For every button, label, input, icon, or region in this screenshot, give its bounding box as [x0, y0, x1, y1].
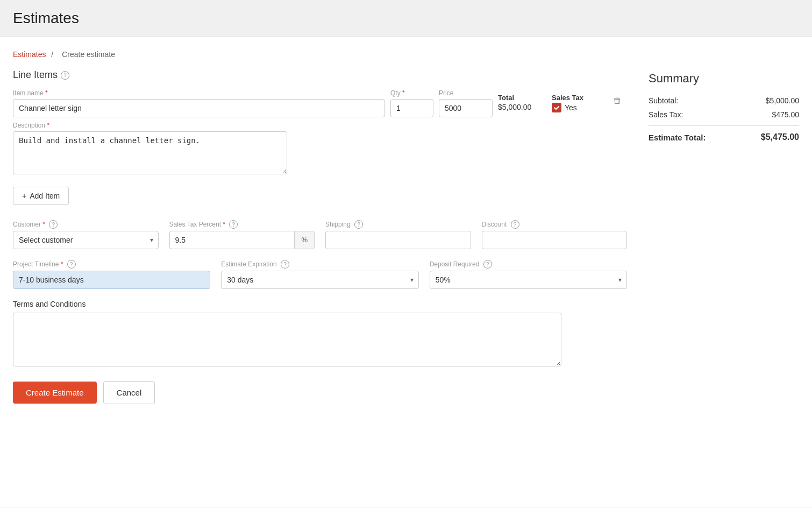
- project-timeline-help-icon[interactable]: ?: [67, 260, 76, 269]
- customer-select[interactable]: Select customer: [13, 231, 159, 249]
- sales-tax-yes-label: Yes: [565, 103, 577, 112]
- summary-total-label: Estimate Total:: [649, 133, 706, 142]
- item-delete: 🗑: [611, 89, 627, 108]
- deposit-select[interactable]: 50% 25% 75% 100% None: [430, 271, 627, 289]
- main-content: Estimates / Create estimate Line Items ?…: [13, 50, 627, 495]
- line-items-help-icon[interactable]: ?: [61, 71, 69, 80]
- description-row: Description *: [13, 122, 627, 176]
- terms-section: Terms and Conditions: [13, 300, 627, 368]
- summary-divider: [649, 125, 799, 126]
- item-name-input[interactable]: [13, 99, 385, 117]
- breadcrumb-link[interactable]: Estimates: [13, 50, 46, 59]
- add-item-button[interactable]: + Add Item: [13, 187, 69, 205]
- line-items-heading: Line Items ?: [13, 69, 627, 81]
- discount-field: Discount ?: [482, 220, 628, 249]
- summary-total-value: $5,475.00: [761, 132, 799, 142]
- shipping-input[interactable]: [325, 231, 471, 249]
- shipping-help-icon[interactable]: ?: [354, 220, 363, 229]
- form-grid-row2: Project Timeline * ? Estimate Expiration…: [13, 260, 627, 289]
- discount-input[interactable]: [482, 231, 628, 249]
- price-field: Price: [439, 89, 493, 117]
- item-sales-tax: Sales Tax Yes: [552, 89, 606, 112]
- delete-item-button[interactable]: 🗑: [611, 94, 624, 108]
- summary-tax-label: Sales Tax:: [649, 110, 683, 119]
- summary-title: Summary: [649, 72, 799, 86]
- breadcrumb: Estimates / Create estimate: [13, 50, 627, 59]
- sales-tax-checkbox[interactable]: [552, 103, 561, 112]
- discount-help-icon[interactable]: ?: [511, 220, 519, 229]
- breadcrumb-current: Create estimate: [62, 50, 115, 59]
- summary-total-row: Estimate Total: $5,475.00: [649, 132, 799, 142]
- qty-input[interactable]: [390, 99, 433, 117]
- page-body: Estimates / Create estimate Line Items ?…: [0, 37, 812, 507]
- price-input[interactable]: [439, 99, 493, 117]
- customer-field: Customer * ? Select customer ▾: [13, 220, 159, 249]
- breadcrumb-separator: /: [51, 50, 53, 59]
- item-total: Total $5,000.00: [498, 89, 546, 111]
- summary-subtotal-label: Subtotal:: [649, 96, 678, 105]
- summary-tax-row: Sales Tax: $475.00: [649, 110, 799, 119]
- deposit-help-icon[interactable]: ?: [483, 260, 492, 269]
- customer-help-icon[interactable]: ?: [49, 220, 58, 229]
- summary-tax-value: $475.00: [772, 110, 799, 119]
- page-title: Estimates: [13, 10, 799, 27]
- shipping-field: Shipping ?: [325, 220, 471, 249]
- item-name-field: Item name *: [13, 89, 385, 117]
- estimate-expiration-field: Estimate Expiration ? 30 days 60 days 90…: [221, 260, 418, 289]
- description-textarea[interactable]: [13, 131, 287, 174]
- deposit-required-field: Deposit Required ? 50% 25% 75% 100% None…: [430, 260, 627, 289]
- summary-panel: Summary Subtotal: $5,000.00 Sales Tax: $…: [649, 50, 799, 495]
- page-header: Estimates: [0, 0, 812, 37]
- terms-label: Terms and Conditions: [13, 300, 627, 308]
- action-buttons: Create Estimate Cancel: [13, 381, 627, 404]
- add-icon: +: [22, 192, 26, 200]
- estimate-expiration-help-icon[interactable]: ?: [281, 260, 289, 269]
- summary-subtotal-row: Subtotal: $5,000.00: [649, 96, 799, 105]
- form-grid-row1: Customer * ? Select customer ▾ Sales Tax…: [13, 220, 627, 249]
- terms-textarea[interactable]: [13, 313, 561, 366]
- sales-tax-percent-input[interactable]: [169, 231, 295, 249]
- create-estimate-button[interactable]: Create Estimate: [13, 382, 97, 404]
- qty-field: Qty *: [390, 89, 433, 117]
- percent-symbol: %: [294, 231, 315, 249]
- summary-subtotal-value: $5,000.00: [766, 96, 799, 105]
- sales-tax-percent-field: Sales Tax Percent * ? %: [169, 220, 315, 249]
- cancel-button[interactable]: Cancel: [103, 381, 155, 404]
- project-timeline-field: Project Timeline * ?: [13, 260, 210, 289]
- sales-tax-help-icon[interactable]: ?: [229, 220, 238, 229]
- project-timeline-input[interactable]: [13, 271, 210, 289]
- estimate-expiration-select[interactable]: 30 days 60 days 90 days Custom: [221, 271, 418, 289]
- line-item-row: Item name * Qty * Price Total: [13, 89, 627, 117]
- customer-select-wrapper: Select customer ▾: [13, 231, 159, 249]
